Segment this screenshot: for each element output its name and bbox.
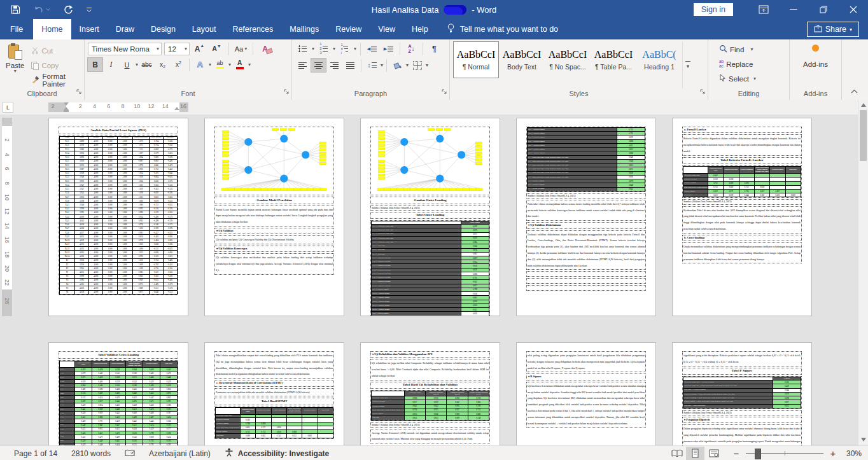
line-spacing-button[interactable]: ↕	[365, 59, 379, 72]
vertical-ruler[interactable]: 24681012141618202226	[2, 118, 12, 316]
shrink-font-button[interactable]: A▼	[209, 42, 224, 55]
font-size-select[interactable]: 12▾	[164, 43, 190, 55]
format-painter-button[interactable]: Format Painter	[29, 73, 81, 87]
zoom-in-button[interactable]: +	[829, 449, 837, 458]
text-effects-button[interactable]: A	[193, 58, 207, 71]
page-thumbnail[interactable]: nilai paling sering digunakan yaitu peng…	[516, 342, 656, 445]
underline-button[interactable]: U	[120, 58, 134, 71]
save-icon[interactable]	[10, 4, 20, 15]
tab-draw[interactable]: Draw	[108, 19, 143, 39]
tab-mailings[interactable]: Mailings	[281, 19, 327, 39]
tab-design[interactable]: Design	[143, 19, 184, 39]
copy-button[interactable]: Copy	[29, 58, 81, 73]
redo-icon[interactable]	[63, 4, 73, 15]
accessibility-status[interactable]: Accessibility: Investigate	[225, 448, 329, 459]
decrease-indent-button[interactable]: ◀	[365, 42, 379, 55]
sign-in-button[interactable]: Sign in	[694, 3, 733, 16]
text-highlight-button[interactable]: ab	[213, 58, 227, 71]
style--table-pa-[interactable]: AaBbCcI¶ Table Pa...	[591, 42, 636, 78]
dialog-launcher-icon[interactable]	[442, 87, 447, 97]
page-thumbnail[interactable]: Analisis Data Partial Least Square (PLS)…	[48, 118, 188, 316]
ribbon-display-options-icon[interactable]	[748, 0, 778, 19]
paste-button[interactable]: Paste ▾	[3, 42, 27, 88]
web-layout-button[interactable]	[704, 447, 723, 460]
page-thumbnail[interactable]: Gambar Outer LoadingSumber: (Olahan Data…	[360, 118, 500, 316]
bold-button[interactable]: B	[88, 58, 102, 71]
collapse-ribbon-icon[interactable]	[851, 85, 858, 96]
horizontal-ruler[interactable]: 2246810121416	[48, 102, 188, 112]
change-case-button[interactable]: Aa▾	[234, 42, 248, 55]
share-button[interactable]: Share ▾	[807, 22, 859, 37]
tell-me-box[interactable]: Tell me what you want to do	[447, 19, 558, 39]
find-button[interactable]: Find▾	[717, 42, 786, 57]
italic-button[interactable]: I	[104, 58, 118, 71]
tab-home[interactable]: Home	[33, 19, 71, 39]
shading-button[interactable]	[390, 59, 405, 72]
style--normal[interactable]: AaBbCcI¶ Normal	[454, 42, 498, 78]
increase-indent-button[interactable]: ▶	[381, 42, 396, 55]
zoom-slider-handle[interactable]	[755, 449, 761, 459]
page-indicator[interactable]: Page 1 of 14	[14, 449, 57, 458]
replace-button[interactable]: abac Replace	[717, 57, 786, 71]
style-body-text[interactable]: AaBbCcIBody Text	[500, 42, 544, 78]
font-family-select[interactable]: Times New Roma▾	[88, 43, 162, 55]
multilevel-list-button[interactable]: 1ai	[337, 42, 352, 55]
superscript-button[interactable]: x2	[171, 58, 186, 71]
zoom-percentage[interactable]: 30%	[837, 449, 862, 458]
first-line-indent-marker[interactable]	[64, 102, 69, 106]
zoom-out-button[interactable]: −	[732, 449, 741, 458]
style-heading-1[interactable]: AaBbC(Heading 1	[637, 42, 682, 78]
tab-stop-selector[interactable]: L	[3, 102, 13, 113]
minimize-button[interactable]	[778, 0, 808, 19]
scrollbar-thumb[interactable]	[860, 110, 867, 161]
zoom-slider[interactable]	[746, 447, 823, 460]
font-color-button[interactable]: A	[232, 58, 247, 71]
scroll-down-icon[interactable]	[861, 438, 866, 442]
page-thumbnail[interactable]: signifikansi yang telah ditetapkan. Krit…	[672, 342, 812, 445]
styles-more-button[interactable]: ▾	[682, 41, 693, 88]
align-left-button[interactable]	[295, 59, 310, 72]
show-formatting-marks-button[interactable]: ¶	[427, 42, 442, 55]
print-layout-button[interactable]	[686, 447, 704, 460]
page-thumbnail[interactable]: X4.3 <- Strategi Promosi0.793X4.4 <- Str…	[516, 118, 656, 316]
tab-insert[interactable]: Insert	[71, 19, 108, 39]
proofing-icon[interactable]	[125, 449, 135, 457]
dialog-launcher-icon[interactable]	[700, 87, 706, 97]
justify-button[interactable]	[343, 59, 358, 72]
tab-review[interactable]: Review	[327, 19, 370, 39]
restore-button[interactable]	[808, 0, 838, 19]
vertical-scrollbar[interactable]	[858, 100, 868, 445]
tab-layout[interactable]: Layout	[184, 19, 225, 39]
add-ins-button[interactable]: Add-ins	[803, 60, 828, 68]
grow-font-button[interactable]: A▲	[192, 42, 207, 55]
align-right-button[interactable]	[327, 59, 342, 72]
language-indicator[interactable]: Azerbaijani (Latin)	[149, 449, 211, 458]
style--no-spac-[interactable]: AaBbCcI¶ No Spac...	[545, 42, 590, 78]
subscript-button[interactable]: x2	[155, 58, 170, 71]
tab-help[interactable]: Help	[403, 19, 437, 39]
align-center-button[interactable]	[311, 59, 326, 72]
borders-button[interactable]	[410, 59, 424, 72]
strikethrough-button[interactable]: abc	[139, 58, 154, 71]
select-button[interactable]: Select▾	[717, 71, 786, 86]
page-thumbnail[interactable]: a. Fornell-LarckerKriteria Fornell-Larck…	[672, 118, 812, 316]
word-count[interactable]: 2810 words	[71, 449, 111, 458]
page-thumbnail[interactable]: Gambar Model PenelitianPartial Least Squ…	[204, 118, 344, 316]
scroll-up-icon[interactable]	[861, 103, 866, 107]
dialog-launcher-icon[interactable]	[284, 87, 290, 97]
read-mode-button[interactable]	[668, 447, 686, 460]
right-indent-marker[interactable]	[174, 107, 179, 110]
left-indent-marker[interactable]	[64, 110, 69, 112]
clear-formatting-button[interactable]: A	[258, 42, 272, 55]
close-button[interactable]	[838, 0, 868, 19]
document-canvas[interactable]: 24681012141618202226 Analisis Data Parti…	[0, 115, 858, 445]
page-thumbnail[interactable]: Tabel Validitas Cross LoadingEfektivitas…	[48, 342, 188, 445]
tab-view[interactable]: View	[370, 19, 403, 39]
tab-file[interactable]: File	[0, 19, 33, 39]
cut-button[interactable]: Cut	[29, 43, 81, 58]
tab-references[interactable]: References	[224, 19, 281, 39]
page-thumbnail[interactable]: ♦ Uji Reliabilitas dan Validitas Menggun…	[360, 342, 500, 445]
dialog-launcher-icon[interactable]	[76, 87, 82, 97]
customize-qat-icon[interactable]	[86, 7, 92, 13]
sort-button[interactable]: AZ↓	[404, 42, 419, 55]
